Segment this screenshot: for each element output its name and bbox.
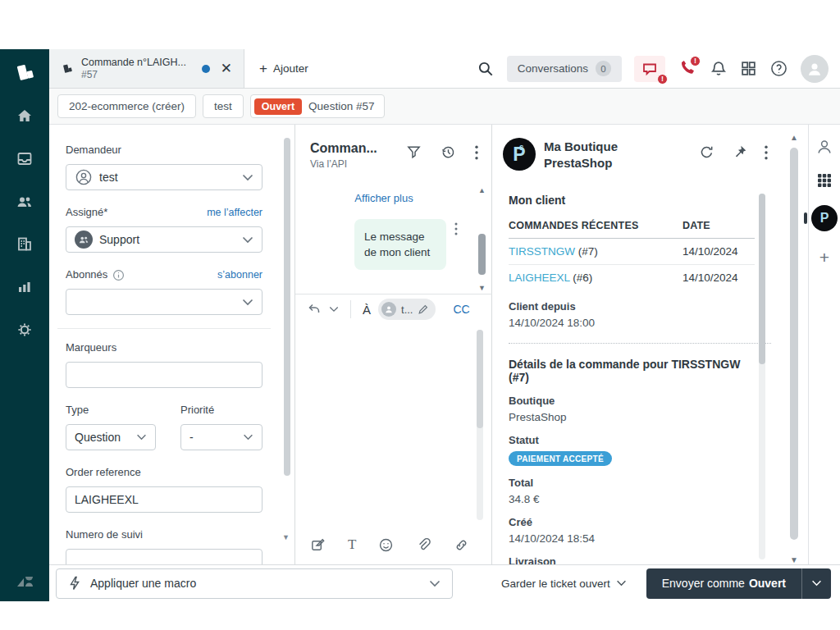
conversation-menu-icon[interactable] [475, 145, 478, 160]
chevron-down-icon [429, 580, 441, 587]
conversations-button[interactable]: Conversations 0 [507, 56, 622, 82]
add-tab-button[interactable]: + Ajouter [244, 49, 323, 88]
type-field: Type Question [66, 403, 156, 450]
notifications-bell-icon[interactable] [710, 60, 728, 78]
priority-select[interactable]: - [180, 424, 262, 450]
scroll-down-arrow-icon[interactable]: ▼ [790, 555, 798, 564]
app-panel-scrollbar-thumb[interactable] [759, 194, 765, 364]
order-link[interactable]: TIRSSTNGW [509, 245, 575, 258]
app-panel-scrollbar[interactable] [759, 194, 765, 559]
submit-as-open-button[interactable]: Envoyer comme Ouvert [646, 568, 801, 599]
breadcrumb-requester[interactable]: test [203, 94, 244, 118]
sidebar-item-organizations[interactable] [0, 223, 49, 266]
order-cell: LAIGHEEXL (#6) [509, 272, 682, 284]
submit-options-caret[interactable] [801, 568, 831, 599]
ticket-workspace: Demandeur test Assigné* me l’affecter Su… [49, 125, 840, 564]
filter-icon[interactable] [406, 144, 422, 160]
type-select[interactable]: Question [66, 424, 156, 450]
table-row: TIRSSTNGW (#7) 14/10/2024 [509, 239, 755, 265]
chat-icon[interactable]: ! [634, 56, 665, 82]
composer-header: À t... CC [295, 294, 492, 324]
tracking-number-input[interactable] [66, 549, 262, 564]
breadcrumb-brand[interactable]: 202-ecommerce (créer) [57, 94, 196, 118]
tags-label: Marqueurs [66, 340, 294, 355]
scroll-up-arrow-icon[interactable]: ▲ [478, 186, 486, 194]
emoji-icon[interactable] [378, 537, 394, 553]
help-icon[interactable] [769, 59, 788, 78]
followers-select[interactable] [66, 289, 262, 315]
text-format-icon[interactable]: T [348, 536, 356, 553]
link-icon[interactable] [454, 537, 469, 553]
followers-label-text: Abonnés [66, 267, 107, 282]
prestashop-logo: P s [503, 138, 536, 171]
apps-icon[interactable] [817, 173, 832, 188]
delivery-field: Livraison Click and collect Num Tracking… [509, 555, 755, 564]
composer-text-area[interactable] [295, 324, 492, 525]
total-label: Total [509, 477, 755, 489]
order-reference-input[interactable]: LAIGHEEXL [66, 486, 262, 513]
close-tab-icon[interactable]: ✕ [217, 60, 235, 77]
events-history-icon[interactable] [441, 144, 456, 160]
sidebar-item-admin[interactable] [0, 308, 49, 351]
priority-label: Priorité [180, 403, 262, 418]
reply-channel-chevron-icon[interactable] [329, 306, 339, 313]
sidebar-item-customers[interactable] [0, 180, 49, 223]
message-list: Afficher plus Le message de mon client ▲… [295, 185, 492, 294]
ticket-scrollbar[interactable]: ▲ ▼ [788, 133, 801, 564]
app-panel-title: Ma Boutique PrestaShop [544, 138, 667, 187]
ticket-tab[interactable]: Commande n°LAIGH... #57 ✕ [49, 49, 244, 88]
reply-channel-icon[interactable] [307, 302, 322, 317]
app-panel-menu-icon[interactable] [765, 145, 768, 160]
cc-link[interactable]: CC [453, 303, 469, 316]
assignee-select[interactable]: Support [66, 226, 262, 253]
message-scrollbar-thumb[interactable] [478, 234, 486, 275]
composer-scrollbar[interactable] [477, 330, 483, 520]
priority-field: Priorité - [180, 403, 262, 450]
scroll-down-arrow-icon[interactable]: ▼ [282, 533, 290, 541]
sidebar-item-reporting[interactable] [0, 266, 49, 308]
submit-prefix: Envoyer comme [662, 577, 745, 590]
attachment-icon[interactable] [416, 537, 431, 553]
edit-pencil-icon[interactable] [418, 304, 429, 315]
tab-subtitle: #57 [81, 69, 194, 80]
message-scrollbar[interactable]: ▲ ▼ [477, 186, 488, 292]
created-label: Créé [509, 516, 755, 528]
show-more-link[interactable]: Afficher plus [295, 185, 472, 204]
scroll-down-arrow-icon[interactable]: ▼ [478, 284, 486, 292]
prestashop-app-icon[interactable]: P [811, 205, 838, 231]
type-label: Type [66, 403, 156, 418]
composer-scrollbar-thumb[interactable] [477, 330, 483, 428]
requester-select[interactable]: test [66, 164, 262, 190]
client-since-value: 14/10/2024 18:00 [509, 317, 755, 329]
ticket-scrollbar-thumb[interactable] [790, 148, 798, 540]
phone-icon[interactable]: ! [678, 59, 697, 79]
sidebar-item-views[interactable] [0, 138, 49, 180]
apps-rail: P + [808, 125, 840, 564]
user-avatar[interactable] [801, 55, 829, 83]
table-row: LAIGHEEXL (#6) 14/10/2024 [509, 265, 755, 290]
search-icon[interactable] [477, 60, 495, 78]
pin-icon[interactable] [732, 144, 747, 160]
apps-grid-icon[interactable] [740, 60, 757, 77]
top-bar: Commande n°LAIGH... #57 ✕ + Ajouter Conv… [49, 49, 840, 89]
refresh-icon[interactable] [699, 144, 714, 160]
add-app-plus-icon[interactable]: + [819, 249, 829, 266]
macros-compose-icon[interactable] [310, 537, 326, 553]
message-menu-icon[interactable] [454, 222, 458, 235]
fields-scrollbar[interactable]: ▼ [284, 138, 290, 552]
ticket-reference-label: Question #57 [308, 100, 374, 112]
recipient-chip[interactable]: t... [378, 299, 436, 320]
order-link[interactable]: LAIGHEEXL [509, 272, 570, 284]
scroll-up-arrow-icon[interactable]: ▲ [790, 133, 798, 142]
assign-to-me-link[interactable]: me l’affecter [207, 207, 262, 218]
keep-ticket-open-dropdown[interactable]: Garder le ticket ouvert [501, 578, 627, 590]
customer-context-icon[interactable] [815, 138, 833, 156]
fields-scrollbar-thumb[interactable] [284, 138, 290, 476]
info-icon[interactable] [112, 269, 125, 281]
apply-macro-button[interactable]: Appliquer une macro [56, 568, 453, 599]
recent-orders-table: COMMANDES RÉCENTES DATE TIRSSTNGW (#7) 1… [509, 220, 755, 290]
main-sidebar [0, 49, 49, 601]
subscribe-link[interactable]: s’abonner [217, 269, 262, 281]
sidebar-item-home[interactable] [0, 95, 49, 138]
tags-input[interactable] [66, 362, 262, 388]
